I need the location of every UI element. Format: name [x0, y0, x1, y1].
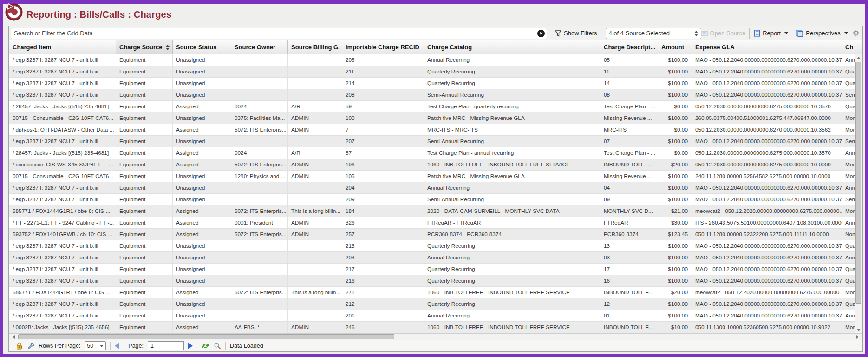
- next-page-button[interactable]: [188, 343, 193, 349]
- cell: / eqp 3287 I: 3287 NCU 7 - unit b.iii: [9, 182, 116, 194]
- cell: [288, 252, 342, 264]
- cell: 593752 / FOX1401GEWB / cb-10: CIS-...: [9, 229, 116, 240]
- cell: Assigned: [173, 229, 231, 240]
- horizontal-scrollbar[interactable]: [9, 333, 862, 340]
- table-row[interactable]: / eqp 3287 I: 3287 NCU 7 - unit b.iiiEqu…: [9, 89, 855, 101]
- cell: Equipment: [116, 89, 173, 101]
- cell: MAO - 050.12.2040.00000.00000000.6270.00…: [692, 275, 842, 287]
- cell: 260.05.0375.00400.51000001.6275.447.0694…: [692, 112, 842, 124]
- column-header-charge-descript[interactable]: Charge Descript...: [600, 40, 658, 54]
- vertical-scrollbar[interactable]: [855, 54, 862, 333]
- cell: 196: [342, 159, 424, 171]
- table-row[interactable]: 00715 - Consumable - C2G 10FT CAT6...Equ…: [9, 112, 855, 124]
- cell: [231, 78, 288, 89]
- cell: $100.00: [658, 136, 692, 147]
- cell: 07: [600, 136, 658, 147]
- scroll-up-arrow[interactable]: [855, 54, 862, 61]
- cell: [288, 78, 342, 89]
- column-header-importable-charge-recid[interactable]: Importable Charge RECID: [342, 40, 424, 54]
- table-row[interactable]: / dph-ps-1: OTH-DATASW - Other Data ...E…: [9, 124, 855, 136]
- column-header-source-status[interactable]: Source Status: [173, 40, 231, 54]
- open-source-button[interactable]: Open Source: [701, 30, 746, 37]
- status-separator: [110, 342, 111, 350]
- cell: 100: [342, 112, 424, 124]
- scroll-right-arrow[interactable]: [854, 334, 861, 340]
- sort-icon: [166, 45, 170, 50]
- show-filters-button[interactable]: Show Filters: [555, 30, 597, 37]
- table-row[interactable]: / FT - 2271-E1: FT - 9247 Cabling - FT -…: [9, 217, 855, 229]
- cell: / eqp 3287 I: 3287 NCU 7 - unit b.iii: [9, 136, 116, 147]
- column-header-charge-source[interactable]: Charge Source: [116, 40, 173, 54]
- table-row[interactable]: / eqp 3287 I: 3287 NCU 7 - unit b.iiiEqu…: [9, 66, 855, 78]
- table-row[interactable]: / eqp 3287 I: 3287 NCU 7 - unit b.iiiEqu…: [9, 54, 855, 66]
- table-row[interactable]: / eqp 3287 I: 3287 NCU 7 - unit b.iiiEqu…: [9, 136, 855, 147]
- status-text: Data Loaded: [230, 343, 263, 349]
- cell: 7: [342, 124, 424, 136]
- previous-page-button[interactable]: [115, 343, 119, 349]
- clear-search-icon[interactable]: ✕: [537, 30, 545, 37]
- vertical-scroll-thumb[interactable]: [855, 62, 861, 304]
- table-row[interactable]: / eqp 3287 I: 3287 NCU 7 - unit b.iiiEqu…: [9, 264, 855, 275]
- cell: / eqp 3287 I: 3287 NCU 7 - unit b.iii: [9, 240, 116, 252]
- perspectives-button[interactable]: Perspectives: [796, 30, 848, 37]
- select-spinner-icon: [694, 31, 698, 36]
- cell: 04: [600, 182, 658, 194]
- cell: Equipment: [116, 275, 173, 287]
- cell: 050.12.2030.00000.00000000.6275.000.0000…: [692, 159, 842, 171]
- cell: Test Charge Plan - ...: [600, 101, 658, 112]
- cell: 13: [600, 240, 658, 252]
- column-header-source-owner[interactable]: Source Owner: [231, 40, 288, 54]
- column-header-source-billing-g[interactable]: Source Billing G...: [288, 40, 342, 54]
- table-row[interactable]: 00715 - Consumable - C2G 10FT CAT6...Equ…: [9, 171, 855, 182]
- table-row[interactable]: / eqp 3287 I: 3287 NCU 7 - unit b.iiiEqu…: [9, 78, 855, 89]
- table-row[interactable]: 593752 / FOX1401GEWB / cb-10: CIS-...Equ…: [9, 229, 855, 240]
- wrench-icon[interactable]: [27, 342, 34, 350]
- cell: Annual Recurring: [424, 310, 600, 322]
- cell: 326: [342, 217, 424, 229]
- scroll-left-arrow[interactable]: [10, 334, 17, 340]
- table-row[interactable]: / eqp 3287 I: 3287 NCU 7 - unit b.iiiEqu…: [9, 298, 855, 310]
- column-header-expense-gla[interactable]: Expense GLA: [692, 40, 842, 54]
- column-header-charge[interactable]: Charge: [842, 40, 855, 54]
- cell: 0375: Facilities Ma...: [231, 112, 288, 124]
- table-row[interactable]: / eqp 3287 I: 3287 NCU 7 - unit b.iiiEqu…: [9, 252, 855, 264]
- horizontal-scroll-thumb[interactable]: [18, 334, 394, 339]
- magnifier-icon[interactable]: [214, 342, 221, 350]
- cell: AA-FBS, *: [231, 322, 288, 333]
- rows-per-page-select[interactable]: 50: [85, 341, 106, 350]
- cell: This is a long billin...: [288, 205, 342, 217]
- column-header-amount[interactable]: Amount: [658, 40, 692, 54]
- cell: 01: [600, 310, 658, 322]
- page-number-input[interactable]: [148, 341, 184, 350]
- table-row[interactable]: 585771 / FOX1444G1R1 / bbe-8: CIS-...Equ…: [9, 205, 855, 217]
- cell: Patch five MRC - Missing Revenue GLA: [424, 112, 600, 124]
- cell: 00715 - Consumable - C2G 10FT CAT6...: [9, 171, 116, 182]
- table-row[interactable]: 585771 / FOX1444G1R1 / bbe-8: CIS-...Equ…: [9, 287, 855, 298]
- table-row[interactable]: / eqp 3287 I: 3287 NCU 7 - unit b.iiiEqu…: [9, 194, 855, 205]
- scroll-down-arrow[interactable]: [855, 326, 862, 333]
- table-row[interactable]: / cccccccccc: CIS-WS-X45-SUP8L-E= -...Eq…: [9, 159, 855, 171]
- cell: Unassigned: [173, 171, 231, 182]
- column-header-charge-catalog[interactable]: Charge Catalog: [424, 40, 600, 54]
- table-row[interactable]: / eqp 3287 I: 3287 NCU 7 - unit b.iiiEqu…: [9, 182, 855, 194]
- source-select[interactable]: 4 of 4 Source Selected: [606, 28, 701, 39]
- table-row[interactable]: / eqp 3287 I: 3287 NCU 7 - unit b.iiiEqu…: [9, 275, 855, 287]
- cell: [288, 89, 342, 101]
- cell: [288, 264, 342, 275]
- cell: 205: [342, 54, 424, 66]
- cell: Assigned: [173, 205, 231, 217]
- gear-icon[interactable]: ⚙: [853, 29, 859, 38]
- table-row[interactable]: / 28457: Jacks - Jacks [(515) 235-4681]E…: [9, 101, 855, 112]
- search-input[interactable]: [11, 28, 547, 39]
- table-row[interactable]: / 28457: Jacks - Jacks [(515) 235-4681]E…: [9, 147, 855, 159]
- cell: Unassigned: [173, 275, 231, 287]
- table-row[interactable]: / 0002B: Jacks - Jacks [(515) 235-4656]E…: [9, 322, 855, 333]
- refresh-icon[interactable]: [202, 342, 209, 350]
- lock-icon[interactable]: [16, 342, 23, 350]
- column-header-charged-item[interactable]: Charged Item: [9, 40, 116, 54]
- report-button[interactable]: Report: [753, 30, 788, 37]
- table-row[interactable]: / eqp 3287 I: 3287 NCU 7 - unit b.iiiEqu…: [9, 240, 855, 252]
- titlebar: Reporting : Bills/Calls : Charges: [3, 4, 865, 26]
- table-rows: / eqp 3287 I: 3287 NCU 7 - unit b.iiiEqu…: [9, 54, 855, 333]
- table-row[interactable]: / eqp 3287 I: 3287 NCU 7 - unit b.iiiEqu…: [9, 310, 855, 322]
